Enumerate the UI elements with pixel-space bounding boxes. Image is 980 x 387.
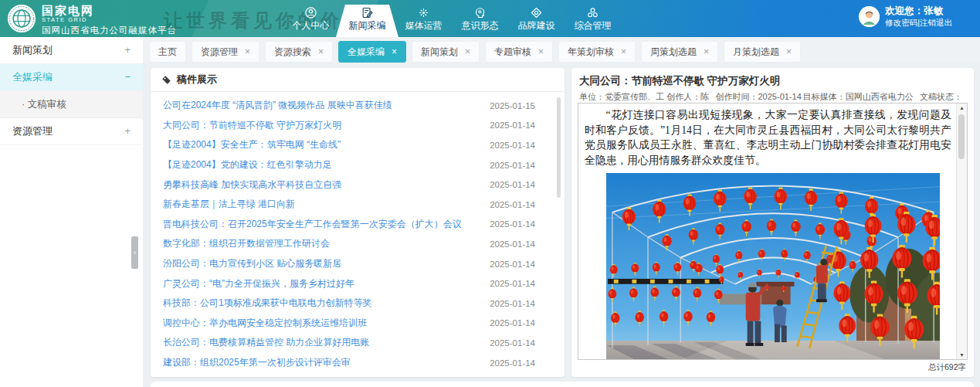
article-list-item[interactable]: 【足迹2004】党的建设：红色引擎动力足2025-01-14 <box>151 155 565 175</box>
article-date: 2025-01-15 <box>490 101 535 110</box>
article-link[interactable]: 晋电科技公司：召开2025年安全生产工作会暨第一次安委会（扩大）会议 <box>163 218 462 231</box>
article-link[interactable]: 数字化部：组织召开数据管理工作研讨会 <box>163 237 330 250</box>
open-tabs-bar: 主页 资源管理× 资源搜索× 全媒采编× 新闻策划× 专题审核× 年策划审核× … <box>143 37 980 63</box>
sidebar-item-label: 新闻策划 <box>12 37 53 63</box>
article-date: 2025-01-14 <box>490 180 535 189</box>
state-grid-logo-icon <box>7 4 36 33</box>
logout-link[interactable]: 注销退出 <box>920 18 952 27</box>
article-link[interactable]: 建设部：组织2025年第一次初步设计评审会审 <box>163 356 351 369</box>
tab-resource-search[interactable]: 资源搜索× <box>265 41 333 63</box>
article-link[interactable]: 公司在2024年度 “清风晋韵” 微视频作品 展映中喜获佳绩 <box>163 99 392 112</box>
brand-icon <box>530 6 543 19</box>
article-list-item[interactable]: 公司在2024年度 “清风晋韵” 微视频作品 展映中喜获佳绩2025-01-15 <box>151 96 565 116</box>
article-link[interactable]: 调控中心：举办电网安全稳定控制系统运维培训班 <box>163 317 367 330</box>
close-tab-icon[interactable]: × <box>538 47 544 56</box>
article-list-item[interactable]: 科技部：公司1项标准成果获中电联电力创新特等奖2025-01-14 <box>151 294 565 314</box>
article-list-item[interactable]: 调控中心：举办电网安全稳定控制系统运维培训班2025-01-14 <box>151 314 565 334</box>
list-scrollbar-thumb[interactable] <box>557 97 561 198</box>
tab-annual-plan-review[interactable]: 年策划审核× <box>558 41 636 63</box>
article-body-text: “花灯连接口容易出现短接现象，大家一定要认真排查接线，发现问题及时和客户反馈。”… <box>585 107 951 168</box>
nav-label: 综合管理 <box>575 21 612 31</box>
article-link[interactable]: 【足迹2004】安全生产：筑牢电网 “生命线” <box>163 138 341 151</box>
sidebar-item-news-planning[interactable]: 新闻策划 + <box>0 37 143 64</box>
article-date: 2025-01-14 <box>490 161 535 170</box>
article-list: 公司在2024年度 “清风晋韵” 微视频作品 展映中喜获佳绩2025-01-15… <box>151 92 565 372</box>
nav-label: 个人中心 <box>293 21 330 31</box>
nav-item-personal-center[interactable]: 个人中心 <box>283 0 339 37</box>
sidebar-collapse-handle[interactable]: ‹ <box>131 236 138 269</box>
brand-subtitle: STATE GRID <box>42 16 177 23</box>
user-box: 欢迎您：张敏 修改密码|注销退出 <box>859 5 952 28</box>
article-link[interactable]: 长治公司：电费核算精益管控 助力企业算好用电账 <box>163 336 369 349</box>
sidebar-item-resource-management[interactable]: 资源管理 + <box>0 118 143 145</box>
article-list-item[interactable]: 长治公司：电费核算精益管控 助力企业算好用电账2025-01-14 <box>151 333 565 353</box>
article-list-item[interactable]: 广灵公司：“电”力全开促振兴，服务乡村过好年2025-01-14 <box>151 273 565 294</box>
content-scrollbar-thumb[interactable] <box>958 114 965 159</box>
article-link[interactable]: 广灵公司：“电”力全开促振兴，服务乡村过好年 <box>163 277 354 290</box>
bottom-panel-edge <box>151 382 974 387</box>
tab-label: 资源搜索 <box>274 42 311 62</box>
tab-omnimedia-editing[interactable]: 全媒采编× <box>338 41 406 63</box>
article-link[interactable]: 勇攀科技高峰 加快实现高水平科技自立自强 <box>163 178 341 192</box>
tab-weekly-topic-selection[interactable]: 周策划选题× <box>641 41 718 63</box>
sidebar-item-label: 全媒采编 <box>12 64 53 90</box>
tab-label: 全媒采编 <box>348 42 385 62</box>
media-ops-icon <box>417 6 430 19</box>
article-link[interactable]: 汾阳公司：电力宣传到小区 贴心服务暖新居 <box>163 257 341 270</box>
article-photo <box>606 173 940 360</box>
scroll-down-icon[interactable]: ▼ <box>957 352 967 358</box>
tab-monthly-topic-selection[interactable]: 月策划选题× <box>724 41 801 63</box>
close-tab-icon[interactable]: × <box>704 47 709 56</box>
article-list-item[interactable]: 数字化部：组织召开数据管理工作研讨会2025-01-14 <box>151 234 565 254</box>
article-date: 2025-01-14 <box>490 338 535 348</box>
tab-label: 主页 <box>158 42 177 62</box>
close-tab-icon[interactable]: × <box>245 47 250 56</box>
article-date: 2025-01-14 <box>490 219 535 229</box>
article-link[interactable]: 【足迹2004】党的建设：红色引擎动力足 <box>163 158 332 171</box>
tab-topic-review[interactable]: 专题审核× <box>485 41 553 63</box>
article-list-item[interactable]: 晋电科技公司：召开2025年安全生产工作会暨第一次安委会（扩大）会议2025-0… <box>151 215 565 235</box>
nav-item-general-admin[interactable]: 综合管理 <box>565 0 621 37</box>
tab-resource-management[interactable]: 资源管理× <box>192 41 259 63</box>
close-tab-icon[interactable]: × <box>786 47 792 56</box>
article-date: 2025-01-14 <box>490 358 535 368</box>
tab-news-planning[interactable]: 新闻策划× <box>412 41 480 63</box>
article-link[interactable]: 科技部：公司1项标准成果获中电联电力创新特等奖 <box>163 297 372 310</box>
article-list-item[interactable]: 汾阳公司：电力宣传到小区 贴心服务暖新居2025-01-14 <box>151 254 565 274</box>
article-list-header: 稿件展示 <box>151 68 565 92</box>
sidebar: 新闻策划 + 全媒采编 − · 文稿审核 资源管理 + <box>0 37 143 387</box>
article-list-item[interactable]: 大同公司：节前特巡不停歇 守护万家灯火明2025-01-14 <box>151 116 565 136</box>
scroll-up-icon[interactable]: ▲ <box>957 105 967 110</box>
sidebar-subitem-draft-review[interactable]: · 文稿审核 <box>0 91 143 118</box>
sidebar-subitem-label: 文稿审核 <box>28 99 66 110</box>
close-tab-icon[interactable]: × <box>621 47 626 56</box>
news-edit-icon <box>361 6 374 19</box>
article-date: 2025-01-14 <box>490 239 535 249</box>
article-date: 2025-01-14 <box>490 260 535 269</box>
change-password-link[interactable]: 修改密码 <box>885 18 917 27</box>
article-link[interactable]: 新春走基层｜沽上寻绿 港口向新 <box>163 198 295 211</box>
article-list-item[interactable]: 【足迹2004】安全生产：筑牢电网 “生命线”2025-01-14 <box>151 135 565 155</box>
article-date: 2025-01-14 <box>490 121 535 130</box>
article-list-item[interactable]: 勇攀科技高峰 加快实现高水平科技自立自强2025-01-14 <box>151 175 565 195</box>
close-tab-icon[interactable]: × <box>465 47 470 56</box>
content-scrollbar[interactable]: ▲ ▼ <box>956 104 967 359</box>
nav-item-ideology[interactable]: 意识形态 <box>452 0 508 37</box>
close-tab-icon[interactable]: × <box>392 47 397 56</box>
ideology-icon <box>473 6 487 19</box>
nav-item-media-operation[interactable]: 媒体运营 <box>395 0 452 37</box>
word-count: 总计692字 <box>928 362 966 373</box>
expand-icon: + <box>124 37 131 63</box>
article-list-item[interactable]: 建设部：组织2025年第一次初步设计评审会审2025-01-14 <box>151 353 565 373</box>
sidebar-item-omnimedia-editing[interactable]: 全媒采编 − <box>0 64 143 91</box>
article-list-item[interactable]: 新春走基层｜沽上寻绿 港口向新2025-01-14 <box>151 195 565 215</box>
tab-home[interactable]: 主页 <box>149 41 186 63</box>
nav-item-news-editing[interactable]: 新闻采编 <box>339 0 395 37</box>
close-tab-icon[interactable]: × <box>318 47 324 56</box>
expand-icon: + <box>124 118 131 144</box>
tag-icon <box>161 75 171 85</box>
nav-item-brand-building[interactable]: 品牌建设 <box>508 0 565 37</box>
article-link[interactable]: 大同公司：节前特巡不停歇 守护万家灯火明 <box>163 119 341 132</box>
admin-icon <box>586 6 599 19</box>
platform-name: 国网山西省电力公司融媒体平台 <box>42 25 177 36</box>
